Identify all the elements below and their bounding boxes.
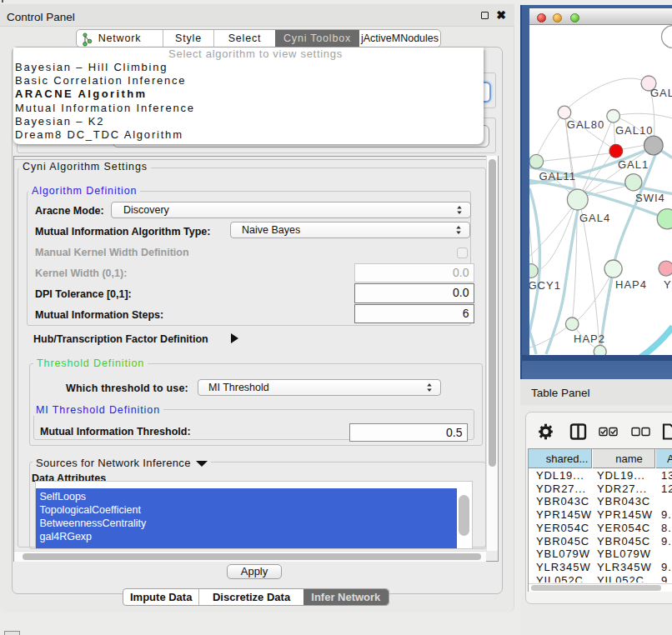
svg-text:Y: Y — [664, 278, 672, 291]
svg-text:GCY1: GCY1 — [529, 279, 561, 292]
svg-text:GAL10: GAL10 — [615, 124, 653, 137]
svg-text:GAL: GAL — [650, 87, 672, 99]
svg-text:HAP4: HAP4 — [615, 278, 647, 291]
svg-text:GAL1: GAL1 — [618, 158, 649, 171]
svg-text:GAL4: GAL4 — [579, 212, 610, 224]
svg-text:GAL80: GAL80 — [567, 118, 604, 131]
svg-text:HAP2: HAP2 — [574, 332, 605, 345]
svg-text:SWI4: SWI4 — [635, 192, 665, 204]
svg-text:GAL11: GAL11 — [539, 170, 577, 182]
